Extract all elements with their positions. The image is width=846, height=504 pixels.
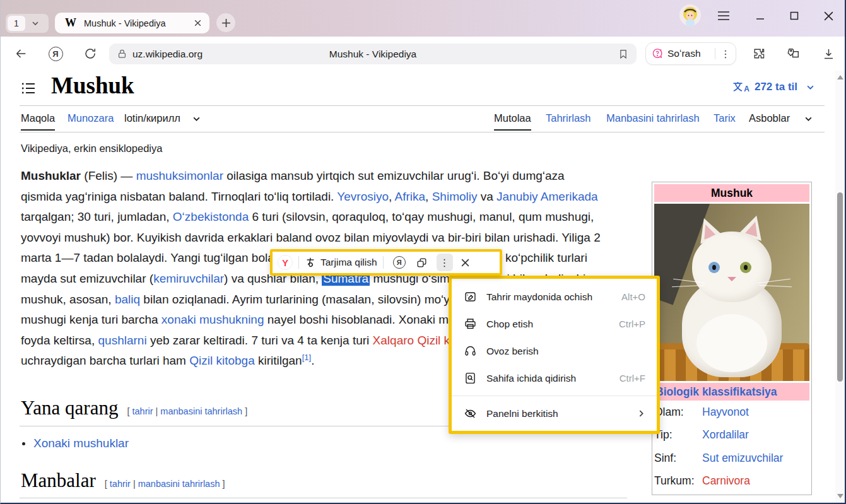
- menu-item-hide-panel[interactable]: Panelni berkitish: [452, 400, 657, 427]
- scroll-up-arrow[interactable]: [837, 75, 843, 79]
- tab-strip: 1 W Mushuk - Vikipediya: [1, 0, 845, 37]
- browser-window: 1 W Mushuk - Vikipediya: [0, 0, 846, 504]
- browser-menu-icon[interactable]: [716, 8, 731, 23]
- article-line: tarqalgan; 30 turi, jumladan, Oʻzbekisto…: [21, 207, 645, 228]
- chevron-down-icon: [806, 83, 814, 91]
- tab-count-value: 1: [8, 16, 25, 31]
- headphones-icon: [463, 344, 477, 358]
- chevron-down-icon[interactable]: [32, 20, 39, 27]
- chevron-down-icon[interactable]: [192, 115, 201, 123]
- menu-item-shortcut: Ctrl+F: [620, 373, 645, 384]
- menu-item-label: Sahifa ichida qidirish: [486, 373, 576, 384]
- menu-item-shortcut: Ctrl+P: [619, 319, 645, 329]
- tab-history[interactable]: Tarix: [714, 112, 736, 124]
- taxonomy-row: Sinf: Sut emizuvchilar: [654, 447, 809, 470]
- alice-chat-icon: [651, 47, 664, 60]
- downloads-icon[interactable]: [821, 46, 836, 61]
- ask-more-icon[interactable]: ⋮: [720, 48, 731, 60]
- tab-read[interactable]: Mutolaa: [494, 112, 531, 131]
- see-also-link[interactable]: Xonaki mushuklar: [33, 437, 129, 450]
- article-line: yovvoyi mushuk) bor. Kuyikish davrida er…: [21, 228, 645, 249]
- toolbar-context-menu: Tahrir maydonida ochish Alt+O Chop etish…: [449, 276, 660, 434]
- more-options-icon[interactable]: ⋮: [437, 254, 453, 271]
- window-maximize-button[interactable]: [787, 8, 802, 23]
- language-selector[interactable]: A 272 ta til: [732, 81, 814, 93]
- ask-label: Soʻrash: [667, 48, 701, 59]
- yandex-search-icon[interactable]: Я: [393, 256, 406, 269]
- user-avatar[interactable]: [679, 4, 701, 26]
- eye-off-icon: [463, 407, 477, 421]
- menu-item-label: Chop etish: [486, 319, 533, 330]
- section-sources: Manbalar[ tahrir | manbasini tahrirlash …: [21, 469, 225, 492]
- tab-article[interactable]: Maqola: [21, 112, 55, 131]
- tab-tools[interactable]: Asboblar: [749, 112, 790, 124]
- close-icon[interactable]: [461, 258, 470, 267]
- reload-button[interactable]: [83, 46, 98, 61]
- section-edit-links[interactable]: [ tahrir | manbasini tahrirlash ]: [127, 406, 247, 416]
- edit-window-icon: [463, 290, 477, 304]
- translate-kana-icon[interactable]: [305, 257, 316, 268]
- browser-toolbar: Я uz.wikipedia.org Mushuk - Vikipediya: [1, 37, 845, 71]
- tab-title: Mushuk - Vikipediya: [84, 18, 194, 28]
- tab-edit-source[interactable]: Manbasini tahrirlash: [606, 112, 700, 124]
- article-tab-bar: Maqola Munozara lotin/кирилл Mutolaa Tah…: [21, 110, 820, 132]
- menu-item-find-in-page[interactable]: Sahifa ichida qidirish Ctrl+F: [452, 365, 657, 392]
- address-bar[interactable]: uz.wikipedia.org Mushuk - Vikipediya: [109, 44, 637, 64]
- chevron-down-icon[interactable]: [804, 115, 813, 123]
- window-close-button[interactable]: [821, 8, 836, 23]
- selection-popup-toolbar: Y Tarjima qilish Я ⋮: [270, 249, 502, 276]
- submenu-chevron-icon: [637, 409, 645, 418]
- infobox-title: Mushuk: [654, 184, 809, 202]
- taxon-link[interactable]: Sut emizuvchilar: [702, 452, 783, 465]
- section-title: Manbalar: [21, 469, 96, 491]
- menu-item-open-in-editor[interactable]: Tahrir maydonida ochish Alt+O: [452, 283, 657, 310]
- toc-list-icon[interactable]: [21, 81, 36, 96]
- page-scrollbar[interactable]: [835, 71, 845, 503]
- taxon-link[interactable]: Xordalilar: [702, 428, 749, 442]
- language-count: 272 ta til: [755, 81, 797, 93]
- article-line: qismida yagʻriniga nisbatan baland. Tirn…: [21, 187, 645, 208]
- taxon-link-red[interactable]: Carnivora: [702, 474, 750, 488]
- new-tab-button[interactable]: [216, 13, 235, 32]
- copy-icon[interactable]: [416, 257, 428, 269]
- bookmark-icon[interactable]: [618, 49, 629, 60]
- window-minimize-button[interactable]: [753, 8, 768, 23]
- menu-item-shortcut: Alt+O: [621, 291, 645, 302]
- taxonomy-row: Tip: Xordalilar: [654, 424, 809, 447]
- back-button[interactable]: [13, 46, 28, 61]
- page-content: Mushuk A 272 ta til Maqola Munozara loti…: [1, 71, 845, 503]
- page-title: Mushuk: [51, 72, 134, 99]
- header-divider: [20, 105, 825, 106]
- scroll-down-arrow[interactable]: [837, 494, 843, 498]
- tab-variant[interactable]: lotin/кирилл: [124, 112, 180, 124]
- translate-label[interactable]: Tarjima qilish: [320, 257, 377, 268]
- site-tagline: Vikipediya, erkin ensiklopediya: [21, 143, 162, 155]
- extensions-icon[interactable]: [751, 46, 767, 61]
- yandex-logo-icon[interactable]: Y: [278, 255, 293, 270]
- divider: [383, 256, 384, 269]
- lock-icon[interactable]: [117, 49, 127, 59]
- tab-edit[interactable]: Tahrirlash: [546, 112, 591, 124]
- scrollbar-thumb[interactable]: [837, 192, 843, 382]
- classification-header[interactable]: Biologik klassifikatsiya: [654, 383, 809, 401]
- taxonomy-row: Olam: Hayvonot: [654, 401, 809, 424]
- browser-tab[interactable]: W Mushuk - Vikipediya: [55, 13, 209, 33]
- divider: [298, 256, 299, 269]
- section-title: Yana qarang: [21, 397, 118, 419]
- wikipedia-favicon: W: [65, 16, 76, 30]
- menu-item-read-aloud[interactable]: Ovoz berish: [452, 337, 657, 365]
- alice-ask-button[interactable]: Soʻrash ⋮: [645, 42, 736, 65]
- tab-close-icon[interactable]: [194, 19, 202, 27]
- yandex-home-icon[interactable]: Я: [48, 46, 63, 61]
- collections-icon[interactable]: [785, 46, 801, 61]
- cat-photo[interactable]: [654, 204, 809, 381]
- section-divider: [20, 498, 627, 498]
- taxobox: Mushuk Biologik klassifikatsiya: [652, 182, 812, 495]
- tab-counter[interactable]: 1: [6, 14, 49, 33]
- section-edit-links[interactable]: [ tahrir | manbasini tahrirlash ]: [105, 479, 225, 489]
- menu-item-label: Ovoz berish: [486, 346, 539, 357]
- menu-item-print[interactable]: Chop etish Ctrl+P: [452, 310, 657, 337]
- taxon-link[interactable]: Hayvonot: [702, 406, 749, 419]
- tab-bar-divider: [20, 132, 825, 132]
- tab-talk[interactable]: Munozara: [68, 112, 114, 124]
